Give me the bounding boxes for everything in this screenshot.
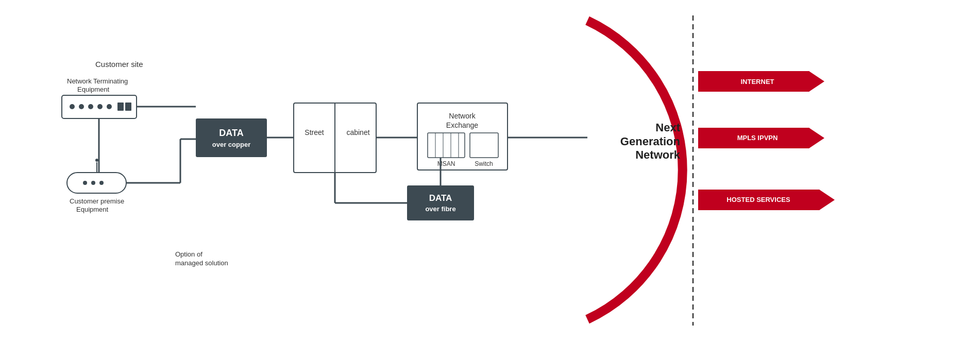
data-fibre-text1: DATA: [429, 193, 452, 203]
network-diagram: Customer site Network Terminating Equipm…: [0, 0, 980, 341]
nte-port2: [125, 103, 131, 111]
nte-dot5: [107, 104, 112, 109]
cpe-label: Customer premise: [70, 197, 124, 205]
ngn-text1: Next: [655, 121, 680, 134]
customer-site-label: Customer site: [95, 60, 143, 69]
ngn-text2: Generation: [620, 135, 680, 148]
switch-box: [470, 133, 498, 158]
data-copper-text2: over copper: [212, 141, 250, 148]
cpe-label2: Equipment: [76, 206, 109, 213]
nte-dot3: [88, 104, 93, 109]
cabinet-label: cabinet: [346, 128, 369, 137]
ngn-text3: Network: [635, 148, 681, 161]
option-of-label: Option of: [175, 250, 202, 258]
data-copper-text1: DATA: [219, 128, 243, 138]
network-exchange-label2: Exchange: [446, 121, 478, 129]
internet-label: INTERNET: [741, 78, 774, 86]
hosted-label: HOSTED SERVICES: [726, 196, 790, 203]
ngn-arc: [587, 21, 683, 319]
nte-label2: Equipment: [77, 86, 110, 93]
switch-label-text: Switch: [475, 160, 493, 167]
cpe-device: [67, 173, 126, 193]
data-fibre-box: [407, 185, 474, 220]
managed-solution-label: managed solution: [175, 259, 228, 267]
nte-dot2: [79, 104, 84, 109]
network-exchange-label1: Network: [449, 112, 476, 120]
nte-dot4: [97, 104, 103, 109]
nte-label: Network Terminating: [67, 77, 128, 85]
mpls-label: MPLS IPVPN: [737, 134, 778, 142]
data-fibre-text2: over fibre: [425, 205, 455, 213]
nte-dot1: [70, 104, 75, 109]
nte-port1: [117, 103, 124, 111]
cpe-dot2: [91, 181, 95, 185]
cpe-dot1: [83, 181, 87, 185]
street-label: Street: [305, 128, 324, 137]
cpe-dot3: [99, 181, 104, 185]
mpls-arrow-tip: [809, 128, 824, 148]
cpe-antenna-tip: [95, 159, 98, 162]
internet-arrow-tip: [809, 71, 824, 92]
msan-box: [428, 133, 465, 158]
hosted-arrow-tip: [819, 190, 835, 210]
